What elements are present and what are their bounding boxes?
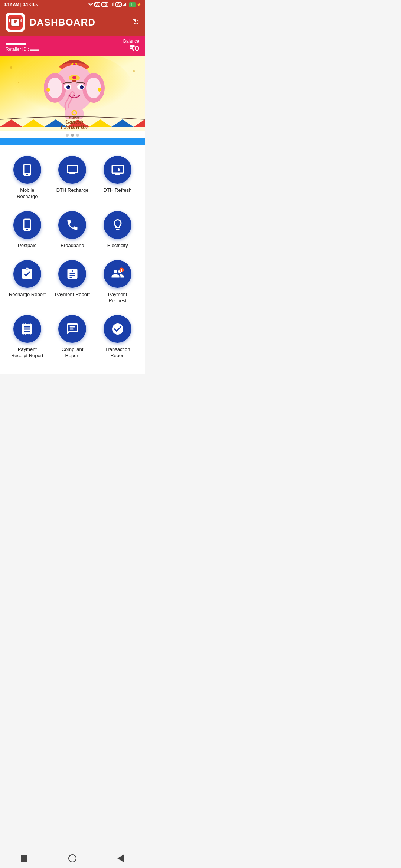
service-payment-report[interactable]: Payment Report xyxy=(51,256,94,308)
compliant-icon xyxy=(58,315,86,343)
clipboard-list-icon xyxy=(20,267,34,280)
battery-level: 18 xyxy=(129,2,136,7)
check-circle-icon xyxy=(111,322,124,336)
bottom-spacer xyxy=(0,374,145,396)
payment-receipt-label: PaymentReceipt Report xyxy=(11,346,43,359)
svg-rect-5 xyxy=(124,4,125,6)
mobile-recharge-label: MobileRecharge xyxy=(17,187,38,200)
comment-icon xyxy=(66,322,79,336)
status-icons: Vo 4G Vo 18 ⚡ xyxy=(88,2,141,7)
app-logo: ₹ xyxy=(6,13,25,32)
group-notify-icon: ! xyxy=(111,267,124,280)
service-dth-recharge[interactable]: DTH Recharge xyxy=(51,152,94,204)
services-section: MobileRecharge DTH Recharge DTH Refresh xyxy=(0,145,145,374)
blue-divider xyxy=(0,138,145,145)
svg-rect-53 xyxy=(69,328,74,329)
logo-svg: ₹ xyxy=(9,16,22,29)
user-name: ▬▬▬▬ xyxy=(6,40,39,46)
wifi-icon xyxy=(88,2,93,7)
electricity-icon xyxy=(104,211,131,239)
recharge-report-label: Recharge Report xyxy=(9,292,46,298)
service-transaction[interactable]: TransactionReport xyxy=(96,311,139,363)
banner-dots xyxy=(0,131,145,138)
svg-point-22 xyxy=(72,76,76,79)
svg-text:₹: ₹ xyxy=(14,20,17,25)
dot-2 xyxy=(71,134,74,137)
dashboard-title: DASHBOARD xyxy=(29,17,95,28)
retailer-id-value: ▬▬ xyxy=(30,47,39,52)
bulb-icon xyxy=(111,218,124,231)
status-speed: 0.1KB/s xyxy=(23,2,38,7)
broadband-icon xyxy=(58,211,86,239)
monitor-icon xyxy=(66,163,79,177)
compliant-label: CompliantReport xyxy=(62,346,84,359)
recharge-report-icon xyxy=(13,260,41,288)
transaction-icon xyxy=(104,315,131,343)
svg-point-37 xyxy=(83,86,84,86)
bar-chart-icon xyxy=(66,267,79,280)
service-payment-receipt[interactable]: PaymentReceipt Report xyxy=(6,311,49,363)
electricity-label: Electricity xyxy=(107,243,128,249)
svg-point-26 xyxy=(48,78,62,98)
svg-rect-4 xyxy=(123,5,124,6)
service-payment-request[interactable]: ! PaymentRequest xyxy=(96,256,139,308)
service-dth-refresh[interactable]: DTH Refresh xyxy=(96,152,139,204)
service-mobile-recharge[interactable]: MobileRecharge xyxy=(6,152,49,204)
svg-point-13 xyxy=(10,66,12,69)
payment-request-icon: ! xyxy=(104,260,131,288)
signal-icon-2 xyxy=(123,2,128,7)
payment-receipt-icon xyxy=(13,315,41,343)
dot-1 xyxy=(66,134,69,137)
battery-charging: ⚡ xyxy=(137,3,141,7)
svg-point-23 xyxy=(72,80,76,82)
svg-point-29 xyxy=(98,88,101,92)
status-time-speed: 3:12 AM | 0.1KB/s xyxy=(4,2,38,7)
svg-rect-1 xyxy=(111,4,111,6)
svg-point-14 xyxy=(133,70,135,72)
lte-badge-1: 4G xyxy=(101,2,108,7)
svg-text:!: ! xyxy=(121,269,122,272)
postpaid-mobile-icon xyxy=(20,218,34,231)
volte-badge-2: Vo xyxy=(115,2,122,7)
balance-amount: ₹0 xyxy=(123,44,139,53)
service-electricity[interactable]: Electricity xyxy=(96,207,139,253)
service-postpaid[interactable]: Postpaid xyxy=(6,207,49,253)
dth-recharge-icon xyxy=(58,156,86,184)
service-compliant[interactable]: CompliantReport xyxy=(51,311,94,363)
service-broadband[interactable]: Broadband xyxy=(51,207,94,253)
retailer-id: Retailer ID : ▬▬ xyxy=(6,47,39,52)
refresh-button[interactable]: ↻ xyxy=(133,17,139,27)
tv-play-icon xyxy=(111,163,124,177)
mobile-icon xyxy=(20,163,34,177)
svg-rect-6 xyxy=(125,3,126,6)
logo-icon: ₹ xyxy=(8,15,23,30)
svg-point-27 xyxy=(86,78,101,98)
header-left: ₹ DASHBOARD xyxy=(6,13,95,32)
svg-rect-52 xyxy=(69,326,75,327)
payment-report-icon xyxy=(58,260,86,288)
svg-rect-7 xyxy=(127,2,127,6)
dot-3 xyxy=(76,134,79,137)
status-time: 3:12 AM xyxy=(4,2,19,7)
payment-request-label: PaymentRequest xyxy=(108,292,127,304)
service-recharge-report[interactable]: Recharge Report xyxy=(6,256,49,308)
festival-banner: Happy Ganesh Chaturthi xyxy=(0,56,145,138)
svg-point-15 xyxy=(18,82,19,83)
receipt-icon xyxy=(20,322,34,336)
svg-rect-0 xyxy=(110,5,111,6)
dth-refresh-icon xyxy=(104,156,131,184)
user-info: ▬▬▬▬ Retailer ID : ▬▬ xyxy=(6,40,39,52)
svg-text:Chaturthi: Chaturthi xyxy=(61,124,88,131)
banner-image: Happy Ganesh Chaturthi xyxy=(0,56,145,131)
signal-icon-1 xyxy=(109,2,114,7)
services-grid: MobileRecharge DTH Recharge DTH Refresh xyxy=(6,152,139,363)
balance-label: Balance xyxy=(123,39,139,44)
postpaid-label: Postpaid xyxy=(18,243,37,249)
app-header: ₹ DASHBOARD ↻ xyxy=(0,9,145,36)
transaction-label: TransactionReport xyxy=(105,346,130,359)
mobile-recharge-icon xyxy=(13,156,41,184)
dth-refresh-label: DTH Refresh xyxy=(104,187,132,194)
postpaid-icon xyxy=(13,211,41,239)
broadband-label: Broadband xyxy=(61,243,84,249)
svg-rect-2 xyxy=(112,3,113,6)
